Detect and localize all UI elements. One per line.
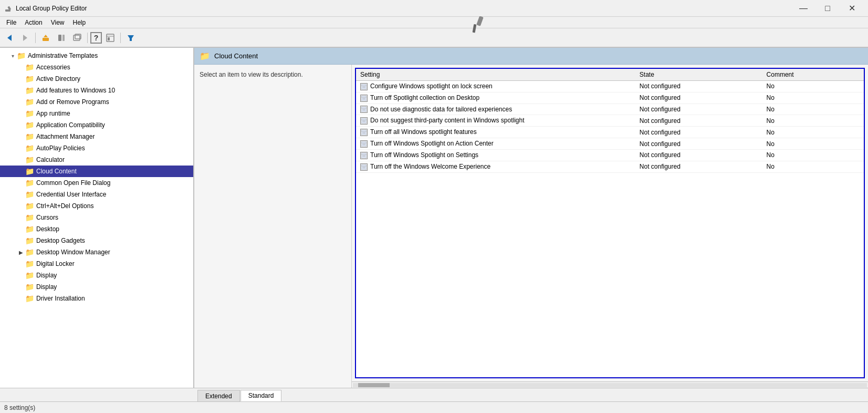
tree-item-cursors[interactable]: 📁 Cursors	[0, 212, 193, 223]
toolbar-sep-3	[120, 33, 121, 43]
svg-rect-14	[108, 37, 110, 40]
setting-name-cell: Turn off Windows Spotlight on Settings	[356, 149, 635, 161]
right-panel-header: 📁 Cloud Content	[194, 48, 868, 65]
table-row[interactable]: Configure Windows spotlight on lock scre…	[356, 81, 864, 92]
tab-bar: Extended Standard	[0, 388, 868, 401]
tree-label: Administrative Templates	[28, 52, 98, 59]
settings-area: Setting State Comment Configure Windows …	[352, 65, 868, 388]
svg-rect-8	[58, 35, 61, 41]
svg-rect-2	[476, 16, 484, 26]
folder-icon: 📁	[25, 86, 34, 95]
horizontal-scrollbar[interactable]	[352, 381, 868, 388]
expand-icon	[17, 121, 25, 129]
setting-row-icon	[360, 140, 368, 148]
tree-label: Digital Locker	[36, 260, 75, 267]
show-setting-button[interactable]	[103, 31, 118, 45]
scrollbar-thumb[interactable]	[358, 383, 390, 387]
setting-name-cell: Turn off Spotlight collection on Desktop	[356, 92, 635, 104]
expand-icon	[17, 167, 25, 175]
tree-item-add-remove[interactable]: 📁 Add or Remove Programs	[0, 96, 193, 108]
tree-item-accessories[interactable]: 📁 Accessories	[0, 61, 193, 73]
folder-icon: 📁	[25, 109, 34, 118]
folder-icon: 📁	[25, 179, 34, 187]
forward-button[interactable]	[18, 31, 33, 45]
tree-item-desktop[interactable]: 📁 Desktop	[0, 223, 193, 235]
setting-row-icon	[360, 129, 368, 136]
tree-item-display2[interactable]: 📁 Display	[0, 281, 193, 293]
table-row[interactable]: Turn off Windows Spotlight on SettingsNo…	[356, 149, 864, 161]
tree-item-desktop-gadgets[interactable]: 📁 Desktop Gadgets	[0, 235, 193, 246]
table-row[interactable]: Turn off Spotlight collection on Desktop…	[356, 92, 864, 104]
description-panel: Select an item to view its description.	[194, 65, 352, 388]
setting-name: Turn off Spotlight collection on Desktop	[370, 94, 479, 101]
filter-button[interactable]	[123, 31, 138, 45]
table-row[interactable]: Do not use diagnostic data for tailored …	[356, 104, 864, 115]
tree-item-autoplay[interactable]: 📁 AutoPlay Policies	[0, 142, 193, 154]
expand-icon	[17, 63, 25, 71]
folder-icon: 📁	[25, 248, 34, 256]
tree-item-common-open[interactable]: 📁 Common Open File Dialog	[0, 177, 193, 189]
expand-icon	[17, 86, 25, 95]
expand-icon	[17, 283, 25, 291]
title-bar-left: Local Group Policy Editor	[4, 4, 87, 13]
menu-action[interactable]: Action	[20, 18, 46, 27]
toolbar-hammer-area	[90, 11, 866, 34]
folder-icon: 📁	[25, 225, 34, 233]
menu-help[interactable]: Help	[69, 18, 90, 27]
tree-item-app-compat[interactable]: 📁 Application Compatibility	[0, 119, 193, 131]
setting-name: Turn off the Windows Welcome Experience	[370, 163, 490, 170]
tree-item-display[interactable]: 📁 Display	[0, 270, 193, 281]
col-setting: Setting	[356, 69, 635, 81]
tree-item-driver-installation[interactable]: 📁 Driver Installation	[0, 293, 193, 304]
expand-icon	[17, 236, 25, 245]
setting-state: Not configured	[635, 138, 762, 150]
setting-comment: No	[762, 138, 864, 150]
scrollbar-track	[353, 383, 867, 387]
tab-standard[interactable]: Standard	[240, 390, 282, 401]
folder-icon: 📁	[25, 283, 34, 291]
svg-marker-4	[7, 35, 12, 41]
tree-item-app-runtime[interactable]: 📁 App runtime	[0, 108, 193, 119]
table-row[interactable]: Turn off Windows Spotlight on Action Cen…	[356, 138, 864, 150]
table-row[interactable]: Do not suggest third-party content in Wi…	[356, 115, 864, 127]
setting-name: Do not suggest third-party content in Wi…	[370, 117, 524, 124]
menu-file[interactable]: File	[2, 18, 20, 27]
setting-row-icon	[360, 117, 368, 125]
tree-item-digital-locker[interactable]: 📁 Digital Locker	[0, 258, 193, 270]
tree-item-credential-ui[interactable]: 📁 Credential User Interface	[0, 189, 193, 200]
setting-comment: No	[762, 161, 864, 172]
tree-item-admin-templates[interactable]: ▾ 📁 Administrative Templates	[0, 50, 193, 61]
help-button[interactable]: ?	[90, 32, 102, 44]
tree-item-ctrl-alt[interactable]: 📁 Ctrl+Alt+Del Options	[0, 200, 193, 212]
folder-icon: 📁	[25, 167, 34, 175]
hammer-icon	[470, 16, 485, 34]
tree-item-active-directory[interactable]: 📁 Active Directory	[0, 73, 193, 85]
tree-item-add-features[interactable]: 📁 Add features to Windows 10	[0, 85, 193, 96]
back-button[interactable]	[2, 31, 17, 45]
table-row[interactable]: Turn off all Windows spotlight featuresN…	[356, 127, 864, 138]
expand-icon	[17, 132, 25, 141]
tree-label: Display	[36, 272, 57, 279]
setting-state: Not configured	[635, 161, 762, 172]
left-panel: ▾ 📁 Administrative Templates 📁 Accessori…	[0, 48, 194, 388]
tree-item-calculator[interactable]: 📁 Calculator	[0, 154, 193, 166]
svg-marker-7	[44, 35, 48, 37]
menu-view[interactable]: View	[47, 18, 69, 27]
tree-item-desktop-window-mgr[interactable]: ▶ 📁 Desktop Window Manager	[0, 246, 193, 258]
expand-icon	[17, 225, 25, 233]
tree-item-cloud-content[interactable]: 📁 Cloud Content	[0, 166, 193, 177]
show-hide-button[interactable]	[54, 31, 69, 45]
setting-name: Configure Windows spotlight on lock scre…	[370, 82, 493, 90]
up-button[interactable]	[38, 31, 53, 45]
table-row[interactable]: Turn off the Windows Welcome ExperienceN…	[356, 161, 864, 172]
tree-item-attachment[interactable]: 📁 Attachment Manager	[0, 131, 193, 142]
setting-comment: No	[762, 104, 864, 115]
folder-icon: 📁	[25, 63, 34, 71]
setting-row-icon	[360, 163, 368, 171]
folder-icon: 📁	[25, 121, 34, 129]
svg-rect-10	[74, 35, 80, 40]
setting-name: Turn off Windows Spotlight on Action Cen…	[370, 140, 494, 147]
tab-extended[interactable]: Extended	[197, 390, 240, 401]
new-window-button[interactable]	[70, 31, 85, 45]
svg-marker-5	[23, 35, 27, 41]
